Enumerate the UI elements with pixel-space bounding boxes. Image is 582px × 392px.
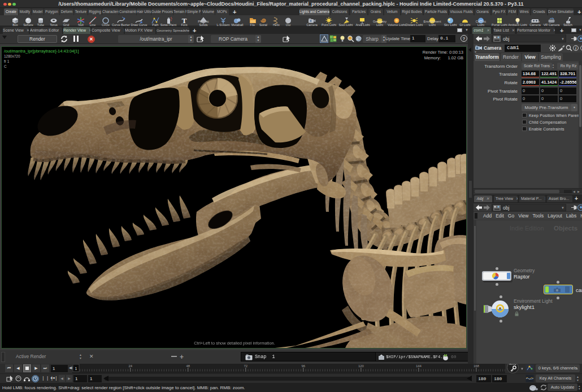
svg-text:1: 1	[75, 367, 77, 371]
svg-text:72: 72	[244, 364, 247, 368]
svg-text:24: 24	[128, 364, 132, 368]
svg-text:144: 144	[416, 364, 422, 368]
svg-text:168: 168	[474, 364, 480, 368]
svg-text:96: 96	[301, 364, 305, 368]
svg-text:120: 120	[358, 364, 364, 368]
svg-text:48: 48	[186, 364, 190, 368]
